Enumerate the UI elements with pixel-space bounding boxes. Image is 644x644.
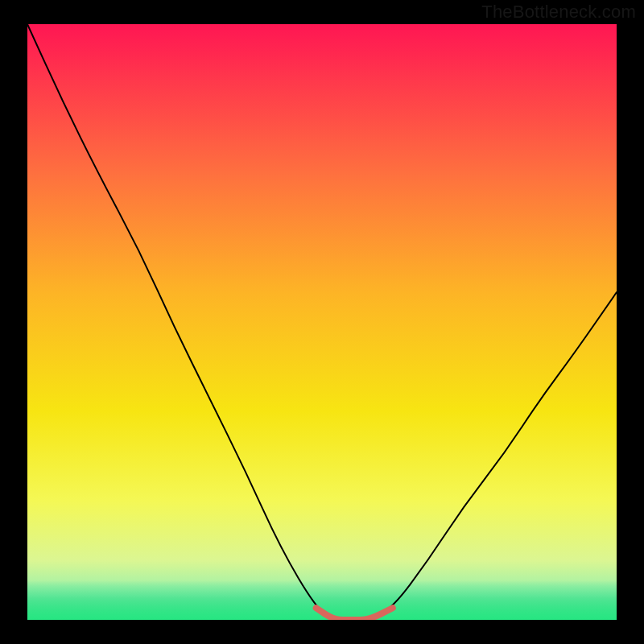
plot-area xyxy=(27,24,617,620)
curve-bottom-highlight xyxy=(316,608,393,620)
curve-main-path xyxy=(27,24,617,620)
bottleneck-curve xyxy=(27,24,617,620)
watermark-text: TheBottleneck.com xyxy=(481,2,636,23)
chart-stage: TheBottleneck.com xyxy=(0,0,644,644)
